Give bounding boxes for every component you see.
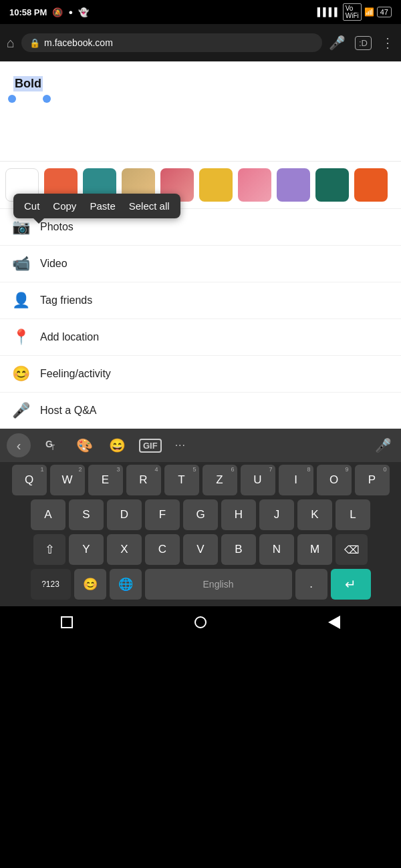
- key-q[interactable]: 1Q: [12, 465, 47, 495]
- copy-button[interactable]: Copy: [53, 200, 76, 212]
- key-o[interactable]: 9O: [317, 465, 352, 495]
- add-location-action[interactable]: 📍 Add location: [0, 319, 401, 356]
- photos-icon: 📷: [12, 218, 29, 236]
- svg-text:T: T: [51, 444, 55, 451]
- globe-key[interactable]: 🌐: [110, 569, 142, 600]
- bg-teal2[interactable]: [315, 168, 349, 202]
- key-v[interactable]: V: [183, 534, 218, 565]
- key-b[interactable]: B: [221, 534, 256, 565]
- key-e[interactable]: 3E: [88, 465, 123, 495]
- snapchat-icon: 👻: [78, 7, 89, 17]
- emoji-key[interactable]: 😊: [74, 569, 106, 600]
- key-z[interactable]: 6Z: [203, 465, 237, 495]
- feeling-label: Feeling/activity: [40, 368, 111, 380]
- qa-label: Host a Q&A: [40, 405, 96, 417]
- action-list: 📷 Photos 📹 Video 👤 Tag friends 📍 Add loc…: [0, 209, 401, 429]
- bottom-nav: [0, 606, 401, 638]
- context-menu: Cut Copy Paste Select all: [13, 194, 180, 218]
- translate-icon[interactable]: G T: [41, 433, 63, 458]
- editor-area[interactable]: Bold: [0, 61, 401, 162]
- video-label: Video: [40, 258, 68, 270]
- wifi-icon: 📶: [364, 7, 374, 17]
- qa-action[interactable]: 🎤 Host a Q&A: [0, 393, 401, 429]
- key-c[interactable]: C: [145, 534, 180, 565]
- video-action[interactable]: 📹 Video: [0, 246, 401, 282]
- lock-icon: 🔒: [29, 38, 40, 48]
- key-s[interactable]: S: [69, 499, 104, 530]
- more-options-icon[interactable]: ···: [172, 437, 188, 454]
- qa-icon: 🎤: [12, 402, 29, 419]
- battery-icon: 47: [377, 7, 392, 17]
- photos-label: Photos: [40, 221, 74, 233]
- feeling-icon: 😊: [12, 365, 29, 383]
- back-nav-button[interactable]: [328, 616, 340, 629]
- add-location-label: Add location: [40, 331, 99, 343]
- key-h[interactable]: H: [221, 499, 256, 530]
- key-n[interactable]: N: [259, 534, 294, 565]
- key-j[interactable]: J: [259, 499, 294, 530]
- key-f[interactable]: F: [145, 499, 180, 530]
- num-special-key[interactable]: ?123: [31, 569, 71, 600]
- keyboard-toolbar: ‹ G T 🎨 😄 GIF ··· 🎤: [0, 429, 401, 462]
- tab-switcher-icon[interactable]: :D: [355, 36, 372, 50]
- key-a[interactable]: A: [31, 499, 65, 530]
- space-key[interactable]: English: [145, 569, 292, 600]
- key-t[interactable]: 5T: [164, 465, 199, 495]
- keyboard-area: ‹ G T 🎨 😄 GIF ··· 🎤 1Q 2W 3E 4R 5T 6Z 7U…: [0, 429, 401, 606]
- enter-key[interactable]: ↵: [331, 569, 371, 600]
- time: 10:58 PM: [9, 7, 47, 17]
- paste-button[interactable]: Paste: [90, 200, 115, 212]
- square-nav-button[interactable]: [61, 616, 73, 628]
- selected-text: Bold: [13, 76, 43, 91]
- signal-icon: ▌▌▌▌: [317, 7, 340, 17]
- key-l[interactable]: L: [336, 499, 370, 530]
- feeling-action[interactable]: 😊 Feeling/activity: [0, 356, 401, 393]
- mic-keyboard-icon[interactable]: 🎤: [372, 435, 394, 456]
- gif-button[interactable]: GIF: [139, 439, 162, 453]
- bg-yellow[interactable]: [199, 168, 233, 202]
- select-all-button[interactable]: Select all: [129, 200, 170, 212]
- key-m[interactable]: M: [297, 534, 332, 565]
- key-g[interactable]: G: [183, 499, 218, 530]
- status-bar: 10:58 PM 🔕 ● 👻 ▌▌▌▌ VoWiFi 📶 47: [0, 0, 401, 24]
- circle-nav-button[interactable]: [194, 616, 207, 628]
- selection-handle-right: [43, 95, 51, 103]
- cut-button[interactable]: Cut: [24, 200, 39, 212]
- bg-orange2[interactable]: [354, 168, 388, 202]
- video-icon: 📹: [12, 255, 29, 272]
- key-x[interactable]: X: [107, 534, 142, 565]
- url-text: m.facebook.com: [44, 37, 113, 48]
- more-icon[interactable]: ⋮: [381, 35, 394, 51]
- key-d[interactable]: D: [107, 499, 142, 530]
- space-label: English: [203, 579, 234, 590]
- key-k[interactable]: K: [297, 499, 332, 530]
- key-i[interactable]: 8I: [279, 465, 313, 495]
- sticker-icon[interactable]: 😄: [106, 435, 128, 456]
- focus-icon: ●: [68, 8, 73, 16]
- key-p[interactable]: 0P: [355, 465, 390, 495]
- url-bar[interactable]: 🔒 m.facebook.com: [21, 33, 322, 52]
- key-w[interactable]: 2W: [50, 465, 85, 495]
- bg-purple[interactable]: [277, 168, 310, 202]
- silent-icon: 🔕: [52, 7, 63, 17]
- home-icon[interactable]: ⌂: [7, 35, 15, 51]
- key-u[interactable]: 7U: [241, 465, 275, 495]
- tag-friends-icon: 👤: [12, 292, 29, 309]
- selection-handle-left: [8, 95, 16, 103]
- mic-icon[interactable]: 🎤: [329, 35, 346, 51]
- keyboard-back-button[interactable]: ‹: [7, 433, 31, 457]
- vo-icon: VoWiFi: [343, 3, 362, 21]
- back-chevron-icon: ‹: [17, 438, 21, 453]
- shift-key[interactable]: ⇧: [33, 534, 65, 565]
- keys-area: 1Q 2W 3E 4R 5T 6Z 7U 8I 9O 0P A S D F G …: [0, 462, 401, 606]
- palette-icon[interactable]: 🎨: [74, 435, 96, 456]
- period-key[interactable]: .: [295, 569, 327, 600]
- bg-pink[interactable]: [238, 168, 271, 202]
- backspace-key[interactable]: ⌫: [336, 534, 368, 565]
- tag-friends-label: Tag friends: [40, 294, 92, 306]
- key-r[interactable]: 4R: [126, 465, 161, 495]
- browser-bar: ⌂ 🔒 m.facebook.com 🎤 :D ⋮: [0, 24, 401, 61]
- key-y[interactable]: Y: [69, 534, 104, 565]
- tag-friends-action[interactable]: 👤 Tag friends: [0, 282, 401, 319]
- location-icon: 📍: [12, 329, 29, 346]
